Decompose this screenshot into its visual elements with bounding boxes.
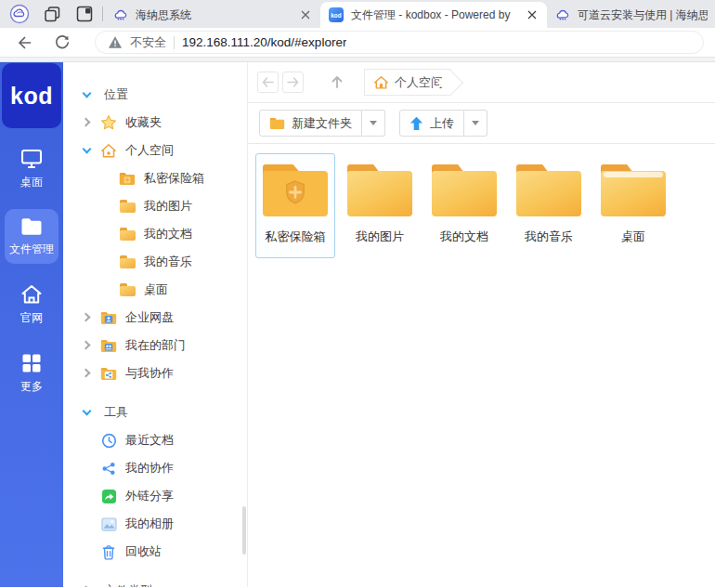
folder-tree-panel: 位置 收藏夹 个人空间 私密保险箱 我的图片 我的文档 我的音乐: [63, 62, 248, 587]
url-text[interactable]: 192.168.111.20/kod/#explorer: [182, 35, 346, 49]
new-folder-dropdown-button[interactable]: [362, 110, 385, 137]
tree-section-tools[interactable]: 工具: [63, 399, 247, 426]
url-field[interactable]: 不安全 192.168.111.20/kod/#explorer: [95, 31, 704, 54]
caret-down-icon: [472, 121, 479, 125]
star-icon: [100, 115, 117, 130]
chevron-down-icon[interactable]: [82, 145, 93, 156]
breadcrumb-bar: 个人空间: [248, 62, 715, 103]
file-tile-my-music[interactable]: 我的音乐: [509, 153, 589, 258]
file-manager-main: 个人空间 新建文件夹 上传: [248, 62, 715, 587]
folder-share-icon: [100, 366, 117, 381]
file-tile-desktop[interactable]: 桌面: [593, 153, 673, 258]
tree-item-external-share[interactable]: 外链分享: [63, 482, 247, 510]
tree-item-label: 桌面: [144, 281, 168, 298]
history-forward-button[interactable]: [282, 72, 304, 93]
trash-icon: [100, 544, 117, 559]
tab-close-icon[interactable]: [525, 7, 540, 22]
tree-item-label: 我的图片: [144, 198, 192, 215]
tree-item-my-pictures[interactable]: 我的图片: [63, 192, 247, 220]
chevron-right-icon[interactable]: [82, 312, 93, 323]
file-tile-my-pictures[interactable]: 我的图片: [340, 153, 420, 258]
file-tile-private-vault[interactable]: 私密保险箱: [255, 153, 335, 258]
tree-item-shared-with-me[interactable]: 与我协作: [63, 359, 247, 387]
new-folder-button[interactable]: 新建文件夹: [259, 110, 362, 137]
tree-item-label: 个人空间: [125, 142, 174, 159]
desktop-icon: [20, 148, 44, 170]
tree-item-private-vault[interactable]: 私密保险箱: [63, 164, 247, 192]
tab-title: 海纳思系统: [136, 7, 292, 23]
folder-icon: [119, 255, 136, 269]
sidebar-panel-icon[interactable]: [74, 4, 95, 24]
tree-item-my-department[interactable]: 我在的部门: [63, 332, 247, 359]
sidebar-item-official-site[interactable]: 官网: [5, 276, 58, 333]
sidebar-item-file-manager[interactable]: 文件管理: [5, 209, 58, 264]
tree-item-my-music[interactable]: 我的音乐: [63, 248, 247, 276]
tab-strip-separator: [102, 7, 103, 21]
upload-dropdown-button[interactable]: [464, 110, 488, 137]
upload-button[interactable]: 上传: [399, 110, 464, 137]
tree-item-label: 回收站: [125, 543, 162, 560]
file-name: 桌面: [594, 229, 672, 245]
folder-vault-icon: [119, 171, 136, 186]
tab-title: 文件管理 - kodbox - Powered by: [351, 7, 519, 23]
tree-item-personal-space[interactable]: 个人空间: [63, 137, 247, 164]
tree-section-file-types[interactable]: 文件类型: [63, 577, 247, 587]
refresh-icon[interactable]: [50, 31, 74, 55]
sidebar-item-desktop[interactable]: 桌面: [5, 140, 58, 197]
home-orange-icon: [373, 75, 389, 90]
folder-icon: [432, 164, 497, 216]
folder-user-icon: [100, 310, 117, 325]
chevron-spacer: [82, 435, 93, 446]
file-tile-my-documents[interactable]: 我的文档: [424, 153, 504, 258]
tree-item-label: 我的音乐: [144, 254, 192, 270]
history-back-button[interactable]: [257, 72, 279, 93]
chevron-down-icon[interactable]: [82, 407, 93, 418]
tab-stack-icon[interactable]: [42, 4, 62, 24]
browser-profile-cloud-icon[interactable]: [9, 4, 30, 24]
not-secure-warning-icon: [108, 35, 123, 49]
folder-icon: [269, 117, 285, 130]
main-toolbar: 新建文件夹 上传: [248, 103, 715, 144]
tree-section-location[interactable]: 位置: [63, 81, 247, 109]
tree-item-recent-documents[interactable]: 最近文档: [63, 426, 247, 454]
chevron-down-icon[interactable]: [82, 89, 93, 100]
sidebar-item-more[interactable]: 更多: [5, 345, 58, 401]
tree-item-label: 我的文档: [144, 226, 192, 242]
browser-tab-kodcloud-docs[interactable]: 可道云安装与使用 | 海纳思: [547, 2, 715, 28]
back-icon[interactable]: [11, 31, 35, 55]
caret-down-icon: [370, 121, 377, 125]
browser-tab-kodbox-active[interactable]: kod 文件管理 - kodbox - Powered by: [320, 2, 547, 28]
security-status-label[interactable]: 不安全: [130, 34, 166, 51]
go-up-icon[interactable]: [326, 72, 348, 94]
breadcrumb-label: 个人空间: [395, 74, 443, 91]
chevron-right-icon[interactable]: [82, 340, 93, 351]
kod-logo[interactable]: kod: [2, 63, 61, 128]
tree-item-label: 我的协作: [125, 460, 174, 477]
chevron-right-icon[interactable]: [82, 585, 93, 587]
tree-item-desktop-folder[interactable]: 桌面: [63, 276, 247, 304]
upload-label: 上传: [430, 115, 454, 132]
tree-section-label: 工具: [104, 404, 128, 421]
tree-section-label: 文件类型: [104, 582, 152, 587]
tab-close-icon[interactable]: [298, 7, 313, 22]
file-name: 我的文档: [425, 229, 503, 245]
tree-item-favorites[interactable]: 收藏夹: [63, 109, 247, 137]
cloud-logo-favicon: [113, 7, 128, 22]
chevron-right-icon[interactable]: [82, 368, 93, 379]
browser-tab-hinas[interactable]: 海纳思系统: [105, 2, 320, 28]
tree-item-my-documents[interactable]: 我的文档: [63, 220, 247, 248]
photo-icon: [100, 516, 117, 531]
tree-item-my-albums[interactable]: 我的相册: [63, 510, 247, 538]
file-name: 私密保险箱: [256, 229, 334, 245]
tree-item-my-collaboration[interactable]: 我的协作: [63, 454, 247, 482]
tree-scrollbar-thumb[interactable]: [242, 506, 246, 555]
browser-window-controls: [0, 0, 102, 28]
tree-item-label: 我在的部门: [125, 337, 186, 354]
tree-item-enterprise-drive[interactable]: 企业网盘: [63, 304, 247, 332]
tree-item-label: 企业网盘: [125, 309, 174, 326]
folder-icon: [119, 227, 136, 242]
chevron-right-icon[interactable]: [82, 117, 93, 128]
folder-icon: [20, 216, 44, 237]
tree-item-recycle-bin[interactable]: 回收站: [63, 538, 247, 566]
chevron-spacer: [82, 546, 93, 557]
